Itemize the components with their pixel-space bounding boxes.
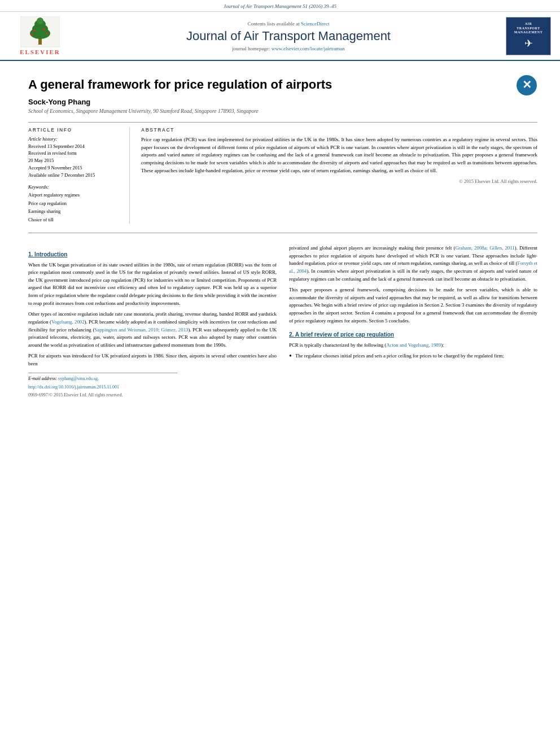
email-link[interactable]: syphang@smu.edu.sg. <box>58 376 99 381</box>
keyword-4: Choice of till <box>28 216 123 224</box>
journal-reference-text: Journal of Air Transport Management 51 (… <box>224 3 336 9</box>
email-footnote: E-mail address: syphang@smu.edu.sg. <box>28 375 277 382</box>
svg-point-7 <box>33 29 36 32</box>
abstract-block: ABSTRACT Price cap regulation (PCR) was … <box>141 127 537 224</box>
svg-text:✕: ✕ <box>522 78 532 91</box>
copyright-line: © 2015 Elsevier Ltd. All rights reserved… <box>141 178 537 184</box>
article-info: ARTICLE INFO Article history: Received 1… <box>28 127 130 224</box>
journal-homepage-line: journal homepage: www.elsevier.com/locat… <box>71 46 506 51</box>
forsyth-2004-link[interactable]: Forsyth et al., 2004 <box>289 260 537 274</box>
received-date: Received 13 September 2014 <box>28 143 123 150</box>
keyword-2: Price cap regulation <box>28 199 123 207</box>
section2-heading: 2. A brief review of price cap regulatio… <box>289 330 537 339</box>
bullet-text-1: The regulator chooses initial prices and… <box>295 352 504 360</box>
available-date: Available online 7 December 2015 <box>28 172 123 179</box>
body-col-left: 1. Introduction When the UK began privat… <box>28 244 277 399</box>
intro-para-1: When the UK began privatization of its s… <box>28 261 277 308</box>
bullet-dot-icon: • <box>289 352 292 360</box>
author-name: Sock-Yong Phang <box>28 98 537 106</box>
article-title: A general framework for price regulation… <box>28 77 537 93</box>
journal-cover-image: AIRTRANSPORTMANAGEMENT ✈ <box>506 17 551 55</box>
revised-label: Received in revised form <box>28 150 123 157</box>
revised-date: 20 May 2015 <box>28 157 123 164</box>
svg-point-6 <box>30 33 33 36</box>
affiliation: School of Economics, Singapore Managemen… <box>28 108 537 114</box>
article-divider <box>28 122 537 123</box>
elsevier-tree-icon <box>20 16 60 47</box>
section2-intro: PCR is typically characterized by the fo… <box>289 342 537 350</box>
body-divider <box>28 233 537 233</box>
journal-main-title: Journal of Air Transport Management <box>71 29 506 43</box>
article-info-title: ARTICLE INFO <box>28 127 123 133</box>
elsevier-logo: ELSEVIER <box>9 16 71 55</box>
section1-heading: 1. Introduction <box>28 250 277 259</box>
abstract-text: Price cap regulation (PCR) was first imp… <box>141 136 537 176</box>
article-main: A general framework for price regulation… <box>0 61 560 410</box>
cover-plane-icon: ✈ <box>524 37 533 50</box>
svg-point-5 <box>37 18 43 24</box>
sciencedirect-line: Contents lists available at ScienceDirec… <box>71 21 506 27</box>
keywords-section: Keywords: Airport regulatory regimes Pri… <box>28 184 123 224</box>
footnote-divider <box>28 373 177 373</box>
acton-vogelsang-link[interactable]: Acton and Vogelsang, 1989 <box>386 342 441 348</box>
col2-para-2: This paper proposes a general framework,… <box>289 286 537 325</box>
keyword-3: Earnings sharing <box>28 207 123 215</box>
doi-text: http://dx.doi.org/10.1016/j.jairtraman.2… <box>28 384 277 391</box>
bullet-item-1: • The regulator chooses initial prices a… <box>289 352 537 360</box>
crossmark-logo: ✕ <box>516 75 537 101</box>
doi-link[interactable]: http://dx.doi.org/10.1016/j.jairtraman.2… <box>28 385 119 390</box>
journal-reference-bar: Journal of Air Transport Management 51 (… <box>0 0 560 12</box>
graham-2008-link[interactable]: Graham, 2008a; Gillen, 2011 <box>455 245 514 251</box>
accepted-date: Accepted 9 November 2015 <box>28 164 123 172</box>
issn-text: 0969-6997/© 2015 Elsevier Ltd. All right… <box>28 392 277 399</box>
cover-title: AIRTRANSPORTMANAGEMENT <box>514 22 542 35</box>
vogelsang-2002-link[interactable]: Vogelsang, 2002 <box>51 319 85 325</box>
col2-para-1: privatized and global airport players ar… <box>289 244 537 283</box>
svg-point-9 <box>43 28 45 30</box>
keywords-label: Keywords: <box>28 184 123 190</box>
body-col-right: privatized and global airport players ar… <box>289 244 537 399</box>
history-label: Article history: <box>28 136 123 142</box>
intro-para-3: PCR for airports was introduced for UK p… <box>28 352 277 368</box>
keyword-1: Airport regulatory regimes <box>28 191 123 199</box>
sciencedirect-link[interactable]: ScienceDirect <box>301 21 329 27</box>
intro-para-2: Other types of incentive regulation incl… <box>28 311 277 349</box>
info-abstract-section: ARTICLE INFO Article history: Received 1… <box>28 127 537 224</box>
svg-point-8 <box>46 32 49 34</box>
journal-header: ELSEVIER Contents lists available at Sci… <box>0 12 560 61</box>
body-columns: 1. Introduction When the UK began privat… <box>28 244 537 399</box>
journal-title-block: Contents lists available at ScienceDirec… <box>71 21 506 51</box>
sappington-link[interactable]: Sappington and Weisman, 2010; Gómez, 201… <box>94 327 188 333</box>
journal-homepage-link[interactable]: www.elsevier.com/locate/jairtraman <box>272 46 345 51</box>
elsevier-brand-name: ELSEVIER <box>20 49 60 55</box>
abstract-title: ABSTRACT <box>141 127 537 133</box>
